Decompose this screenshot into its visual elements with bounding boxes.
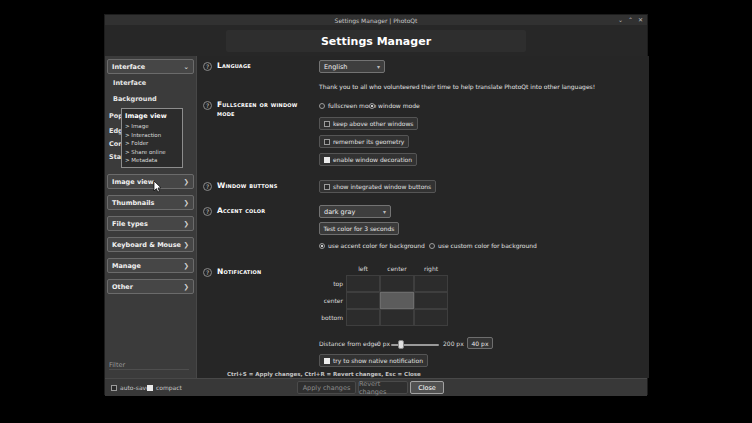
notification-cell-top-right[interactable] (414, 275, 448, 292)
test-color-button[interactable]: Test color for 3 seconds (319, 222, 399, 235)
close-icon[interactable]: ✕ (638, 15, 643, 25)
mouse-cursor-icon (153, 178, 162, 197)
checkbox-label: enable window decoration (333, 156, 412, 163)
chevron-right-icon: ❯ (184, 220, 189, 228)
sidebar-category-thumbnails[interactable]: Thumbnails ❯ (107, 195, 194, 210)
sidebar-subitem-interface[interactable]: Interface (113, 79, 146, 87)
radio-custom-background[interactable]: use custom color for background (429, 242, 537, 249)
notification-cell-bottom-left[interactable] (346, 309, 380, 326)
button-label: Test color for 3 seconds (324, 225, 395, 232)
distance-value-box[interactable]: 40 px (467, 337, 493, 349)
section-title-fullscreen: Fullscreen or window mode (217, 100, 312, 118)
help-icon[interactable]: ? (203, 62, 212, 71)
radio-dot (319, 103, 325, 109)
section-title-window-buttons: Window buttons (217, 181, 278, 190)
filter-input[interactable] (109, 361, 189, 370)
category-label: Thumbnails (112, 199, 154, 207)
chevron-right-icon: ❯ (184, 178, 189, 186)
revert-changes-button[interactable]: Revert changes (358, 381, 408, 394)
notification-cell-bottom-center[interactable] (380, 309, 414, 326)
minimize-icon[interactable]: ⌄ (618, 15, 623, 25)
image-view-tooltip: Image view > Image > Interaction > Folde… (121, 108, 183, 168)
tooltip-item[interactable]: > Folder (125, 139, 179, 148)
radio-window-mode[interactable]: window mode (369, 102, 420, 109)
notification-cell-center-left[interactable] (346, 292, 380, 309)
help-icon[interactable]: ? (203, 101, 212, 110)
button-label: Close (418, 384, 436, 392)
checkbox-keep-above[interactable]: keep above other windows (319, 117, 418, 130)
checkbox-box (324, 358, 330, 364)
distance-max-label: 200 px (443, 340, 464, 347)
grid-col-label-right: right (414, 265, 448, 272)
sidebar-category-other[interactable]: Other ❯ (107, 279, 194, 294)
checkbox-integrated-buttons[interactable]: show integrated window buttons (319, 180, 436, 193)
distance-slider-handle[interactable] (398, 340, 404, 349)
section-title-language: Language (217, 61, 251, 70)
close-button[interactable]: Close (410, 381, 444, 394)
notification-cell-center-right[interactable] (414, 292, 448, 309)
tooltip-item[interactable]: > Interaction (125, 131, 179, 140)
language-value: English (324, 63, 347, 71)
chevron-right-icon: ❯ (184, 199, 189, 207)
language-dropdown[interactable]: English ▾ (319, 60, 385, 73)
checkbox-label: keep above other windows (333, 120, 413, 127)
checkbox-box (324, 184, 330, 190)
chevron-down-icon: ▾ (377, 63, 380, 70)
sidebar-category-file-types[interactable]: File types ❯ (107, 216, 194, 231)
window-controls: ⌄ ⌃ ✕ (618, 15, 643, 25)
help-icon[interactable]: ? (203, 182, 212, 191)
help-icon[interactable]: ? (203, 268, 212, 277)
notification-cell-top-center[interactable] (380, 275, 414, 292)
radio-fullscreen-mode[interactable]: fullscreen mode (319, 102, 376, 109)
button-label: Apply changes (303, 384, 351, 392)
distance-label: Distance from edge: (319, 340, 380, 347)
tooltip-item[interactable]: > Image (125, 122, 179, 131)
grid-col-label-center: center (380, 265, 414, 272)
checkbox-compact[interactable]: compact (147, 384, 182, 391)
sidebar-subitem-background[interactable]: Background (113, 95, 157, 103)
grid-row-label-center: center (305, 297, 343, 304)
tooltip-item[interactable]: > Metadata (125, 156, 179, 165)
window-title: Settings Manager | PhotoQt (335, 17, 418, 24)
category-label: Image view (112, 178, 154, 186)
category-label: File types (112, 220, 148, 228)
button-label: Revert changes (359, 380, 407, 396)
notification-cell-top-left[interactable] (346, 275, 380, 292)
sidebar-category-keyboard-mouse[interactable]: Keyboard & Mouse ❯ (107, 237, 194, 252)
category-label: Other (112, 283, 133, 291)
titlebar[interactable]: Settings Manager | PhotoQt ⌄ ⌃ ✕ (105, 15, 647, 25)
checkbox-box (324, 121, 330, 127)
sidebar-category-manage[interactable]: Manage ❯ (107, 258, 194, 273)
grid-col-label-left: left (346, 265, 380, 272)
checkbox-box (147, 385, 153, 391)
checkbox-auto-save[interactable]: auto-save (111, 384, 150, 391)
page-title: Settings Manager (321, 35, 431, 48)
notification-cell-bottom-right[interactable] (414, 309, 448, 326)
tooltip-title: Image view (125, 112, 179, 120)
sidebar-category-image-view[interactable]: Image view ❯ (107, 174, 194, 189)
checkbox-label: try to show native notification (333, 357, 423, 364)
notification-cell-center-center[interactable] (380, 292, 414, 309)
category-label: Manage (112, 262, 141, 270)
chevron-right-icon: ❯ (184, 262, 189, 270)
accent-color-dropdown[interactable]: dark gray ▾ (319, 205, 391, 218)
sidebar-subitem-partial[interactable]: Sta (109, 153, 121, 161)
radio-accent-background[interactable]: use accent color for background (319, 242, 425, 249)
header: Settings Manager (105, 25, 647, 56)
tooltip-item[interactable]: > Share online (125, 148, 179, 157)
apply-changes-button[interactable]: Apply changes (297, 381, 356, 394)
radio-dot (319, 243, 325, 249)
checkbox-remember-geometry[interactable]: remember its geometry (319, 135, 409, 148)
checkbox-window-decoration[interactable]: enable window decoration (319, 153, 417, 166)
sidebar-category-interface[interactable]: Interface ⌄ (107, 59, 194, 74)
sidebar-subitem-partial[interactable]: Cor (109, 140, 121, 148)
help-icon[interactable]: ? (203, 207, 212, 216)
grid-row-label-bottom: bottom (305, 314, 343, 321)
maximize-icon[interactable]: ⌃ (628, 15, 633, 25)
chevron-down-icon: ▾ (383, 208, 386, 215)
checkbox-native-notification[interactable]: try to show native notification (319, 354, 428, 367)
section-title-notification: Notification (217, 267, 261, 276)
radio-label: use accent color for background (328, 242, 425, 249)
checkbox-label: auto-save (120, 384, 150, 391)
accent-color-value: dark gray (324, 208, 355, 216)
